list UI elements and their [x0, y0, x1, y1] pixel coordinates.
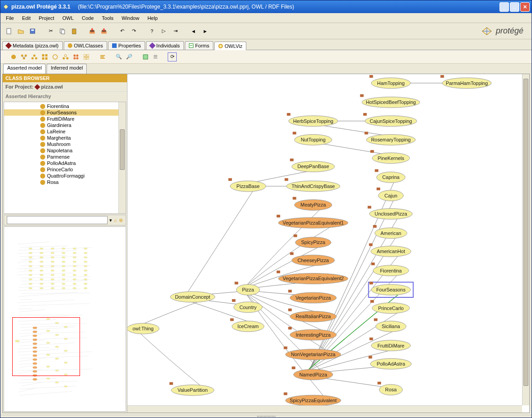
node-rosa[interactable]: Rosa [377, 382, 402, 395]
node-cajun[interactable]: Cajun [377, 188, 403, 201]
node-pinekernels[interactable]: PineKernels [370, 150, 410, 164]
overview-panel[interactable] [4, 226, 126, 412]
node-country[interactable]: Country [232, 299, 262, 313]
node-pizzabase[interactable]: PizzaBase [228, 178, 266, 192]
node-valuepartition[interactable]: ValuePartition [169, 382, 214, 396]
refresh-button[interactable]: ⟳ [168, 52, 177, 61]
node-nuttopping[interactable]: NutTopping [292, 132, 332, 146]
paste-button[interactable] [69, 26, 79, 36]
node-hotspicedbeeftopping[interactable]: HotSpicedBeefTopping [360, 94, 420, 108]
tree-item-fiorentina[interactable]: Fiorentina [4, 103, 126, 109]
tree-item-rosa[interactable]: Rosa [4, 179, 126, 185]
node-icecream[interactable]: IceCream [230, 318, 264, 332]
tab-individuals[interactable]: Individuals [146, 41, 184, 50]
node-meatypizza[interactable]: MeatyPizza [292, 197, 332, 211]
tree-item-mushroom[interactable]: Mushroom [4, 141, 126, 147]
dropdown-icon[interactable]: ▾ [109, 217, 112, 223]
node-polloadastra[interactable]: PolloAdAstra [368, 356, 411, 369]
menu-help[interactable]: Help [144, 14, 161, 22]
cut-button[interactable]: ✂ [46, 26, 56, 36]
canvas-hscrollbar[interactable] [127, 405, 522, 413]
node-spicypizza[interactable]: SpicyPizza [293, 235, 331, 248]
node-realitalianpizza[interactable]: RealItalianPizza [288, 309, 337, 322]
tree-item-margherita[interactable]: Margherita [4, 135, 126, 141]
node-parmahamtopping[interactable]: ParmaHamTopping [440, 75, 491, 89]
menu-file[interactable]: File [2, 14, 18, 22]
node-herbspicetopping[interactable]: HerbSpiceTopping [287, 113, 338, 127]
node-interestingpizza[interactable]: InterestingPizza [288, 327, 337, 340]
new-button[interactable] [4, 26, 14, 36]
class-tree[interactable]: FiorentinaFourSeasonsFruttiDiMareGiardin… [4, 102, 126, 214]
hide-button[interactable] [51, 52, 60, 61]
hide-all-button[interactable] [71, 52, 80, 61]
show-all-button[interactable] [9, 52, 18, 61]
filter-input[interactable] [7, 216, 108, 224]
node-vegetarianpizza[interactable]: VegetarianPizza [288, 290, 337, 303]
menu-edit[interactable]: Edit [19, 14, 34, 22]
menu-code[interactable]: Code [78, 14, 97, 22]
hide-grid-button[interactable] [82, 52, 91, 61]
node-domainconcept[interactable]: DomainConcept [170, 291, 215, 302]
tab-forms[interactable]: Forms [185, 41, 213, 50]
save-button[interactable] [28, 26, 38, 36]
tree-item-fruttidimare[interactable]: FruttiDiMare [4, 116, 126, 122]
tab-properties[interactable]: Properties [108, 41, 145, 50]
run-button[interactable]: ▷ [159, 26, 169, 36]
grid-button[interactable] [40, 52, 49, 61]
step-button[interactable]: ⇥ [170, 26, 180, 36]
show-parents-button[interactable] [30, 52, 39, 61]
open-button[interactable] [16, 26, 26, 36]
node-american[interactable]: American [373, 225, 407, 239]
minimize-button[interactable]: _ [499, 2, 509, 12]
archive-button[interactable]: 📥 [87, 26, 97, 36]
overview-viewport[interactable] [12, 317, 80, 376]
prev-button[interactable]: ◄ [188, 26, 198, 36]
find-icon[interactable]: ⌕ [114, 217, 117, 223]
tab-owlviz[interactable]: OWLViz [214, 42, 246, 50]
node-princecarlo[interactable]: PrinceCarlo [370, 300, 410, 314]
tree-item-parmense[interactable]: Parmense [4, 154, 126, 160]
node-rosemarytopping[interactable]: RosemaryTopping [365, 132, 416, 146]
subtab-asserted-model[interactable]: Asserted model [3, 64, 46, 74]
zoom-out-button[interactable]: 🔎 [125, 52, 134, 61]
node-hamtopping[interactable]: HamTopping [369, 75, 410, 89]
node-americanhot[interactable]: AmericanHot [369, 244, 411, 257]
menu-tools[interactable]: Tools [98, 14, 117, 22]
tree-item-princecarlo[interactable]: PrinceCarlo [4, 166, 126, 173]
menu-owl[interactable]: OWL [59, 14, 77, 22]
add-icon[interactable]: ⊕ [119, 217, 123, 223]
export-button[interactable]: 📤 [99, 26, 109, 36]
export-image-button[interactable] [141, 52, 150, 61]
copy-button[interactable] [57, 26, 67, 36]
tree-item-napoletana[interactable]: Napoletana [4, 147, 126, 154]
redo-button[interactable]: ↷ [129, 26, 139, 36]
node-cheeseypizza[interactable]: CheeseyPizza [290, 252, 335, 266]
menu-project[interactable]: Project [35, 14, 58, 22]
undo-button[interactable]: ↶ [117, 26, 127, 36]
node-siciliana[interactable]: Siciliana [374, 318, 406, 332]
zoom-in-button[interactable]: 🔍 [114, 52, 123, 61]
maximize-button[interactable]: □ [510, 2, 519, 12]
node-vegeq2[interactable]: VegetarianPizzaEquivalent2 [277, 271, 348, 284]
bottom-splitter[interactable] [0, 415, 532, 418]
node-thinandcrispybase[interactable]: ThinAndCrispyBase [285, 178, 340, 192]
node-deeppanbase[interactable]: DeepPanBase [290, 159, 335, 172]
tab-metadata-pizza-owl-[interactable]: Metadata (pizza.owl) [2, 41, 63, 50]
hide-subtree-button[interactable] [61, 52, 70, 61]
subtab-inferred-model[interactable]: Inferred model [47, 64, 87, 74]
tab-owlclasses[interactable]: OWLClasses [64, 41, 107, 50]
options-button[interactable] [151, 52, 160, 61]
node-nonvegetarianpizza[interactable]: NonVegetarianPizza [284, 347, 341, 360]
tree-item-quattroformaggi[interactable]: QuattroFormaggi [4, 173, 126, 179]
node-cajunspicetopping[interactable]: CajunSpiceTopping [363, 113, 417, 127]
align-button[interactable] [98, 52, 107, 61]
next-button[interactable]: ► [200, 26, 210, 36]
menu-window[interactable]: Window [118, 14, 143, 22]
node-namedpizza[interactable]: NamedPizza [292, 366, 333, 380]
tree-item-giardiniera[interactable]: Giardiniera [4, 122, 126, 128]
close-button[interactable]: ✕ [520, 2, 530, 12]
node-fiorentina[interactable]: Fiorentina [371, 263, 409, 276]
tree-item-polloadastra[interactable]: PolloAdAstra [4, 160, 126, 166]
canvas-vscrollbar[interactable] [522, 74, 529, 405]
titlebar[interactable]: pizza.owl Protégé 3.3.1 (file:\C:\Progra… [0, 0, 532, 13]
